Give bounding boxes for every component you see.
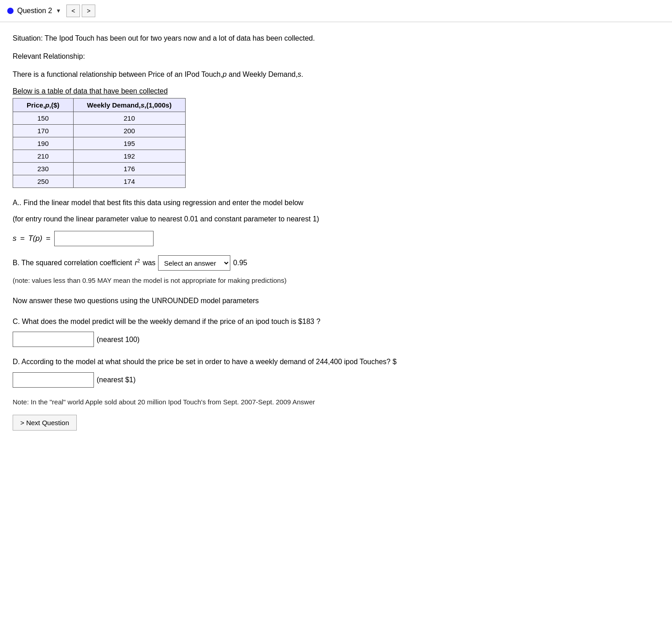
section-b-line: B. The squared correlation coefficient r…	[13, 255, 484, 271]
section-a-subtext: (for entry round the linear parameter va…	[13, 213, 484, 225]
formula-prefix: s	[13, 234, 17, 243]
price-cell: 190	[13, 137, 74, 150]
answer-dropdown[interactable]: Select an answer greater than less than …	[158, 255, 230, 271]
functional-text: There is a functional relationship betwe…	[13, 69, 484, 80]
question-label: Question 2	[17, 7, 52, 15]
formula-input[interactable]	[54, 231, 154, 246]
table-header-row: Price,p,($) Weekly Demand,s,(1,000s)	[13, 98, 186, 112]
prev-button[interactable]: <	[66, 5, 80, 17]
table-section: Below is a table of data that have been …	[13, 87, 484, 188]
demand-cell: 200	[73, 125, 185, 137]
nav-buttons: < >	[66, 5, 95, 17]
price-cell: 250	[13, 175, 74, 188]
table-row: 190 195	[13, 137, 186, 150]
s-variable: s	[298, 70, 301, 78]
table-body: 150 210 170 200 190 195 210 192 230 176 …	[13, 112, 186, 188]
col2-header: Weekly Demand,s,(1,000s)	[73, 98, 185, 112]
section-c-text: C. What does the model predict will be t…	[13, 316, 484, 328]
note-text: Note: In the "real" world Apple sold abo…	[13, 397, 484, 408]
question-indicator: Question 2 ▼	[7, 7, 61, 15]
section-c: C. What does the model predict will be t…	[13, 316, 484, 347]
main-content: Situation: The Ipod Touch has been out f…	[0, 22, 497, 441]
header: Question 2 ▼ < >	[0, 0, 672, 22]
section-b-note: (note: values less than 0.95 MAY mean th…	[13, 275, 484, 286]
price-cell: 230	[13, 163, 74, 175]
demand-cell: 174	[73, 175, 185, 188]
formula-T: T(p)	[28, 234, 42, 243]
situation-text: Situation: The Ipod Touch has been out f…	[13, 33, 484, 44]
question-dropdown-arrow[interactable]: ▼	[56, 8, 61, 14]
formula-equals2: =	[46, 234, 51, 243]
table-label: Below is a table of data that have been …	[13, 87, 484, 95]
table-row: 170 200	[13, 125, 186, 137]
unrounded-text: Now answer these two questions using the…	[13, 295, 484, 307]
formula-line: s = T(p) =	[13, 231, 484, 246]
section-d-hint: (nearest $1)	[97, 374, 135, 386]
col1-header: Price,p,($)	[13, 98, 74, 112]
table-row: 210 192	[13, 150, 186, 163]
next-question-button[interactable]: > Next Question	[13, 415, 77, 431]
section-c-hint: (nearest 100)	[97, 334, 140, 346]
section-d-input[interactable]	[13, 372, 94, 388]
section-b-value: 0.95	[233, 257, 247, 269]
section-b-text-was: was	[143, 257, 155, 269]
demand-cell: 176	[73, 163, 185, 175]
relevant-label: Relevant Relationship:	[13, 52, 85, 60]
p-variable: p	[223, 70, 227, 78]
price-cell: 210	[13, 150, 74, 163]
section-a: A.. Find the linear model that best fits…	[13, 197, 484, 246]
section-c-input-line: (nearest 100)	[13, 332, 484, 347]
table-row: 150 210	[13, 112, 186, 125]
table-row: 230 176	[13, 163, 186, 175]
section-unrounded: Now answer these two questions using the…	[13, 295, 484, 307]
next-nav-button[interactable]: >	[82, 5, 95, 17]
question-dot	[7, 8, 14, 14]
section-d: D. According to the model at what should…	[13, 356, 484, 388]
formula-equals: =	[20, 234, 25, 243]
price-cell: 170	[13, 125, 74, 137]
data-table: Price,p,($) Weekly Demand,s,(1,000s) 150…	[13, 98, 186, 188]
situation-label: Situation: The Ipod Touch has been out f…	[13, 34, 315, 42]
relevant-text: Relevant Relationship:	[13, 51, 484, 62]
demand-cell: 210	[73, 112, 185, 125]
demand-cell: 195	[73, 137, 185, 150]
table-row: 250 174	[13, 175, 186, 188]
table-label-text: Below is a table of data that have been …	[13, 87, 168, 95]
section-d-text: D. According to the model at what should…	[13, 356, 484, 368]
section-b-text-before: B. The squared correlation coefficient	[13, 257, 132, 269]
demand-cell: 192	[73, 150, 185, 163]
section-c-input[interactable]	[13, 332, 94, 347]
section-b: B. The squared correlation coefficient r…	[13, 255, 484, 286]
price-cell: 150	[13, 112, 74, 125]
r2-label: r2	[135, 257, 140, 269]
section-d-input-line: (nearest $1)	[13, 372, 484, 388]
section-a-text: A.. Find the linear model that best fits…	[13, 197, 484, 209]
